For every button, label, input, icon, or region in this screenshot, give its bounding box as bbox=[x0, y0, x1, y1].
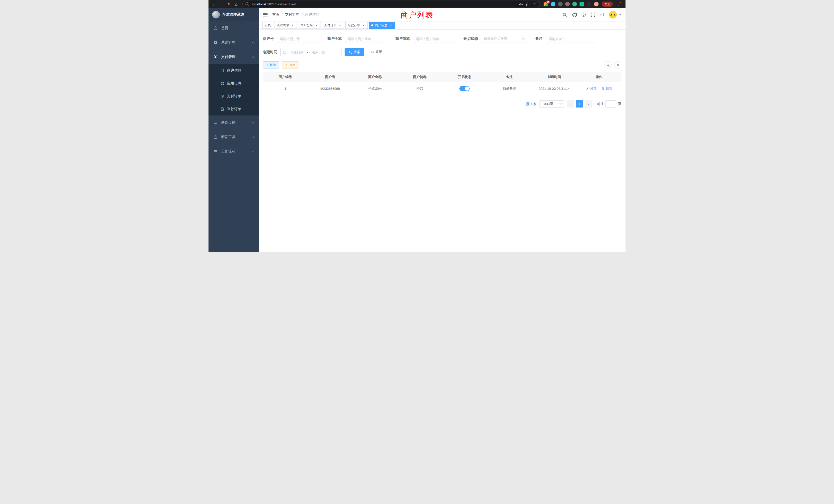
export-button[interactable]: 导出 bbox=[282, 61, 299, 69]
tab-pay-order[interactable]: 支付订单× bbox=[322, 22, 344, 29]
extension-icon-6[interactable] bbox=[579, 2, 584, 6]
site-info-icon[interactable]: i bbox=[245, 2, 249, 6]
cell-short-name: 芋艿 bbox=[397, 82, 442, 95]
remark-input[interactable] bbox=[546, 35, 595, 43]
address-bar[interactable]: i localhost:1024/pay/merchant ☆ bbox=[242, 1, 540, 7]
sidebar-item-dev-tools[interactable]: 研发工具 bbox=[208, 130, 259, 144]
goto-page-input[interactable] bbox=[606, 100, 616, 108]
sidebar-item-label: 支付管理 bbox=[221, 55, 236, 59]
extension-badge: 10 bbox=[546, 1, 550, 4]
add-button[interactable]: + 新增 bbox=[263, 61, 279, 69]
merchant-no-label: 商户号 bbox=[263, 37, 274, 41]
reload-button[interactable]: ↻ bbox=[225, 1, 233, 8]
tab-close-icon[interactable]: × bbox=[338, 24, 342, 27]
search-form: 商户号 商户全称 商户简称 开启状态 请选择开启状态 bbox=[259, 30, 626, 56]
sidebar-item-label: 系统管理 bbox=[221, 40, 236, 45]
tab-home[interactable]: 首页 bbox=[262, 22, 273, 29]
bookmark-star-icon[interactable]: ☆ bbox=[532, 2, 537, 6]
extensions-area: 10 更新 ⋮ bbox=[543, 1, 623, 8]
sidebar-item-infrastructure[interactable]: 基础设施 bbox=[208, 115, 259, 130]
browser-menu-icon[interactable]: ⋮ bbox=[615, 1, 622, 8]
back-button[interactable]: ← bbox=[211, 1, 218, 8]
next-page-button[interactable]: › bbox=[585, 100, 592, 108]
prev-page-button[interactable]: ‹ bbox=[567, 100, 574, 108]
browser-update-button[interactable]: 更新 bbox=[601, 2, 613, 7]
sidebar-item-app-info[interactable]: 应用信息 bbox=[208, 77, 259, 90]
refresh-table-button[interactable]: ↻ bbox=[614, 61, 621, 69]
tab-close-icon[interactable]: × bbox=[362, 24, 366, 27]
create-time-range[interactable]: - bbox=[280, 48, 342, 56]
chevron-down-icon bbox=[252, 121, 255, 124]
extension-icon-2[interactable] bbox=[551, 2, 555, 6]
tab-close-icon[interactable]: × bbox=[314, 24, 318, 27]
top-navbar: 首页 / 支付管理 / 商户信息 ? TT bbox=[259, 8, 626, 21]
breadcrumb-separator: / bbox=[302, 13, 303, 17]
extension-icon-7[interactable] bbox=[587, 2, 591, 6]
sidebar-item-refund-order[interactable]: 退款订单 bbox=[208, 102, 259, 115]
page-size-select[interactable]: 10条/页 bbox=[540, 100, 564, 108]
app-logo-area[interactable]: 芋道管理系统 bbox=[208, 8, 259, 21]
sidebar-collapse-icon[interactable] bbox=[263, 13, 267, 17]
avatar-caret-icon[interactable] bbox=[619, 14, 621, 17]
cell-merchant-id: 1 bbox=[263, 82, 308, 95]
edit-link[interactable]: 修改 bbox=[586, 86, 597, 91]
tab-close-icon[interactable]: × bbox=[389, 24, 393, 27]
reset-button[interactable]: ↻ 重置 bbox=[367, 48, 386, 56]
extension-icon-5[interactable] bbox=[572, 2, 577, 6]
status-label: 开启状态 bbox=[463, 37, 478, 41]
search-icon[interactable] bbox=[562, 12, 567, 17]
extension-icon-1[interactable]: 10 bbox=[544, 2, 548, 6]
table-row: 1 M233666999 芋道源码 芋艿 我是备注 2021-10-23 08:… bbox=[263, 82, 621, 95]
payment-submenu: 商户信息 应用信息 支付订单 bbox=[208, 64, 259, 115]
sidebar-item-merchant-info[interactable]: 商户信息 bbox=[208, 64, 259, 77]
breadcrumb-payment[interactable]: 支付管理 bbox=[285, 12, 300, 17]
toggle-search-button[interactable] bbox=[605, 61, 612, 69]
download-icon bbox=[285, 63, 288, 66]
extension-icon-8[interactable] bbox=[594, 2, 598, 6]
breadcrumb-home[interactable]: 首页 bbox=[272, 12, 279, 17]
end-date-input[interactable] bbox=[309, 50, 328, 54]
status-toggle[interactable] bbox=[459, 86, 470, 91]
cell-merchant-no: M233666999 bbox=[308, 82, 353, 95]
extension-icon-4[interactable] bbox=[565, 2, 570, 6]
avatar[interactable] bbox=[609, 11, 617, 19]
sidebar-item-workflow[interactable]: 工作流程 bbox=[208, 144, 259, 159]
short-name-input[interactable] bbox=[413, 35, 455, 43]
github-icon[interactable] bbox=[572, 12, 577, 17]
help-icon[interactable]: ? bbox=[581, 13, 586, 17]
col-actions: 操作 bbox=[577, 72, 622, 82]
target-icon bbox=[220, 94, 224, 98]
tab-process-form[interactable]: 流程表单× bbox=[275, 22, 297, 29]
notification-dot bbox=[620, 2, 621, 3]
tab-refund-order[interactable]: 退款订单× bbox=[345, 22, 368, 29]
sidebar-item-system[interactable]: 系统管理 bbox=[208, 36, 259, 50]
forward-button[interactable]: → bbox=[218, 1, 225, 8]
share-icon[interactable] bbox=[525, 2, 530, 6]
delete-link[interactable]: 删除 bbox=[601, 86, 612, 91]
sidebar-item-label: 退款订单 bbox=[227, 107, 241, 111]
tab-close-icon[interactable]: × bbox=[291, 24, 294, 27]
browser-toolbar: ← → ↻ ⌂ i localhost:1024/pay/merchant ☆ … bbox=[208, 0, 626, 8]
status-select[interactable]: 请选择开启状态 bbox=[481, 35, 527, 43]
sidebar-item-payment[interactable]: ¥ 支付管理 bbox=[208, 50, 259, 64]
merchant-no-input[interactable] bbox=[277, 35, 319, 43]
extension-icon-3[interactable] bbox=[558, 2, 563, 6]
tab-user-group[interactable]: 用户分组× bbox=[298, 22, 321, 29]
password-key-icon[interactable] bbox=[519, 2, 523, 6]
font-size-icon[interactable]: TT bbox=[600, 12, 605, 17]
yen-icon: ¥ bbox=[213, 55, 218, 59]
refresh-icon: ↻ bbox=[371, 50, 374, 54]
fullscreen-icon[interactable] bbox=[590, 12, 595, 17]
tab-merchant-info[interactable]: 商户信息× bbox=[369, 22, 395, 29]
current-page-button[interactable]: 1 bbox=[576, 100, 583, 108]
start-date-input[interactable] bbox=[288, 50, 306, 54]
sidebar-item-home[interactable]: 首页 bbox=[208, 21, 259, 36]
screen: ← → ↻ ⌂ i localhost:1024/pay/merchant ☆ … bbox=[208, 0, 626, 252]
dashboard-icon bbox=[213, 26, 218, 30]
search-button[interactable]: 搜索 bbox=[345, 48, 364, 56]
chevron-up-icon bbox=[252, 56, 255, 59]
full-name-input[interactable] bbox=[345, 35, 387, 43]
table-header-row: 商户编号 商户号 商户全称 商户简称 开启状态 备注 创建时间 操作 bbox=[263, 72, 621, 82]
sidebar-item-pay-order[interactable]: 支付订单 bbox=[208, 90, 259, 102]
home-button[interactable]: ⌂ bbox=[233, 1, 240, 8]
